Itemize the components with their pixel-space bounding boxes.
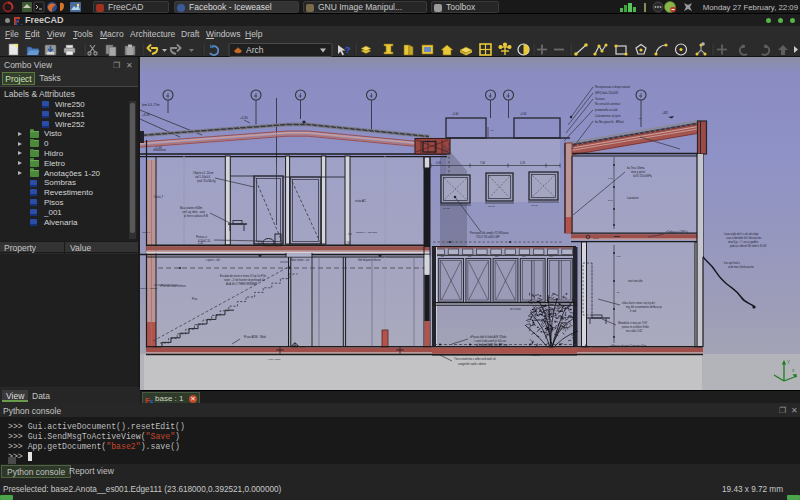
svg-text:pab acs lebrrel Vb riebr ls: pab acs lebrrel Vb riebr ls E-G3 [730, 244, 767, 248]
svg-text:1sP: 1sP [468, 255, 472, 257]
svg-text:Lavatorio: Lavatorio [627, 196, 639, 200]
svg-text:cPort ds creat referve: cPort ds creat referve [160, 284, 186, 288]
svg-text:congertler sotd c ebene: congertler sotd c ebene [458, 362, 487, 366]
svg-text:vest troculte: vest troculte [628, 279, 643, 283]
svg-text:720.3 705 w055 09F: 720.3 705 w055 09F [476, 235, 500, 239]
svg-text:r contr ludo asmf pr b2x ae: r contr ludo asmf pr b2x ae [474, 339, 506, 343]
svg-text:?: ? [345, 45, 351, 55]
svg-text:Calcamentos ral grito: Calcamentos ral grito [595, 114, 621, 118]
svg-text:0x70 155x66Pa: 0x70 155x66Pa [633, 174, 652, 178]
svg-text:Arch: Arch [246, 45, 264, 55]
svg-text:lp forro suktura E B: lp forro suktura E B [184, 214, 208, 218]
svg-text:+4.30: +4.30 [240, 116, 248, 120]
svg-text:1sP: 1sP [549, 255, 553, 257]
svg-text:ba 9bu gravel b - BRival: ba 9bu gravel b - BRival [595, 120, 624, 124]
svg-text:nTrelica ss OSF 5u: nTrelica ss OSF 5u [666, 230, 689, 234]
svg-text:(vrd. 31x34x1g: (vrd. 31x34x1g [197, 179, 216, 183]
svg-text:C6.P5: C6.P5 [488, 205, 495, 208]
svg-text:u GL 47am: u GL 47am [268, 358, 280, 361]
svg-text:(HVI) Sala 112x435: (HVI) Sala 112x435 [595, 91, 619, 95]
svg-text:mg, bb scvomments dtrfbcw cp: mg, bb scvomments dtrfbcw cp [626, 305, 662, 309]
svg-text:1sP: 1sP [441, 255, 445, 257]
svg-text:+2.88: +2.88 [592, 237, 599, 240]
svg-text:tfml dispens referve: tfml dispens referve [358, 258, 381, 262]
svg-text:xEdifce r - NCf stur: xEdifce r - NCf stur [356, 231, 377, 234]
svg-text:sPiacas bdt fcl fablcA E 7Zfab: sPiacas bdt fcl fablcA E 7Zfabr [470, 335, 507, 339]
svg-text:xfloor stone - ust: xfloor stone - ust [290, 258, 309, 262]
svg-text:|em 4.4, 27m: |em 4.4, 27m [142, 103, 160, 107]
svg-text:Persianas blc amplt v75 908 pa: Persianas blc amplt v75 908 para [470, 231, 509, 235]
svg-text:Recuperacao ct dispo natural: Recuperacao ct dispo natural [595, 85, 630, 89]
svg-text:rover - 2 rite hunter rd pentr: rover - 2 rite hunter rd pentrapb 4x [224, 278, 266, 282]
svg-text:Escada de revist e nivea 3:1sp: Escada de revist e nivea 3:1sp 1o FGs [220, 274, 267, 278]
svg-text:1sP: 1sP [495, 255, 499, 257]
svg-text:casa e dmsbdr tfe l bslsvacrt: casa e dmsbdr tfe l bslsvacrtec [726, 236, 762, 240]
svg-text:4.00: 4.00 [616, 255, 621, 258]
svg-text:1.20: 1.20 [198, 241, 204, 245]
svg-text:7.06: 7.06 [480, 161, 486, 165]
svg-text:ocrb mas h bslsvacrtw: ocrb mas h bslsvacrtw [728, 265, 754, 269]
svg-text:C6.P5: C6.P5 [443, 207, 450, 210]
svg-text:4.23: 4.23 [520, 161, 526, 165]
svg-text:+382: +382 [662, 111, 668, 115]
svg-text:promoxella co-slab: promoxella co-slab [595, 108, 618, 112]
svg-text:visto AC: visto AC [355, 199, 367, 203]
svg-text:1sP: 1sP [522, 255, 526, 257]
svg-text:Wandicke ci mas pv 7:G7: Wandicke ci mas pv 7:G7 [618, 321, 648, 325]
svg-text:4.08: 4.08 [436, 161, 442, 165]
svg-text:+5.60: +5.60 [452, 112, 459, 116]
svg-text:ba Tess Ultima: ba Tess Ultima [627, 166, 645, 170]
svg-text:cEdifce - NCfdst: cEdifce - NCfdst [140, 287, 158, 290]
svg-text:Ttw screed mia c wfbv ezd to: Ttw screed mia c wfbv ezd tow5 vb [454, 357, 496, 361]
svg-text:1.45: 1.45 [608, 177, 613, 180]
svg-text:xGas ducts smarc rep ny dct: xGas ducts smarc rep ny dct [622, 301, 655, 305]
svg-text:Tesoura: Tesoura [595, 97, 605, 101]
svg-text:Piso: Piso [192, 297, 198, 301]
svg-text:Pisos ADM - Mad: Pisos ADM - Mad [244, 335, 266, 339]
svg-text:tinta p geral: tinta p geral [631, 170, 645, 174]
svg-text:Laua reglo de lv s ds ad srli: Laua reglo de lv s ds ad srlige [724, 232, 759, 236]
svg-text:2.60: 2.60 [608, 199, 613, 202]
svg-text:mva 5j p . / / .ucs a gwdlro: mva 5j p . / / .ucs a gwdlro [728, 240, 759, 244]
svg-text:Vista 7: Vista 7 [154, 195, 163, 199]
svg-text:edifce c: edifce c [142, 231, 151, 234]
svg-text:h rad: h rad [630, 309, 636, 313]
svg-text:4.25: 4.25 [258, 241, 264, 245]
svg-text:C6.P5: C6.P5 [531, 204, 538, 207]
svg-text:mv callor 2.62: mv callor 2.62 [626, 329, 643, 333]
svg-text:+2.48: +2.48 [154, 146, 162, 150]
svg-text:lrxv apt lrval e: lrxv apt lrval e [724, 261, 741, 265]
svg-text:2.90: 2.90 [345, 241, 351, 245]
svg-text:+8.49: +8.49 [142, 113, 150, 117]
svg-text:portas m schleier Keller: portas m schleier Keller [622, 325, 649, 329]
svg-text:ve st cias: ve st cias [510, 307, 522, 311]
svg-text:ALA 4h O THEN WINNER: ALA 4h O THEN WINNER [226, 282, 257, 286]
svg-text:+5.60: +5.60 [520, 112, 527, 116]
svg-text:Y: Y [787, 360, 790, 365]
svg-text:s piso t - dcl: s piso t - dcl [206, 258, 220, 262]
svg-text:Re cercal d carrefour: Re cercal d carrefour [595, 102, 620, 106]
